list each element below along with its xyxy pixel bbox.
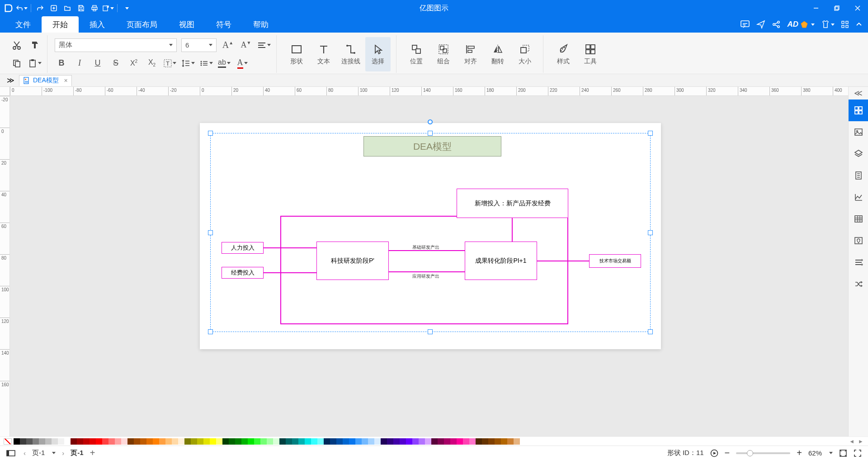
panel-list-icon[interactable] [849,251,868,273]
color-swatch[interactable] [450,438,457,445]
color-swatch[interactable] [64,438,71,445]
tab-symbol[interactable]: 符号 [205,16,242,33]
close-tab-icon[interactable]: × [64,77,68,84]
zoom-out-button[interactable]: − [725,448,730,458]
color-swatch[interactable] [184,438,191,445]
tab-layout[interactable]: 页面布局 [116,16,168,33]
feedback-icon[interactable] [740,19,750,29]
color-swatch[interactable] [134,438,140,445]
page-nav-icon[interactable] [6,450,15,457]
collapse-right-icon[interactable]: ≪ [849,87,868,100]
color-swatch[interactable] [412,438,419,445]
expand-panel-icon[interactable]: ≫ [4,76,17,85]
color-swatch[interactable] [336,438,343,445]
cut-button[interactable] [10,38,24,52]
new-button[interactable] [47,2,60,14]
color-swatch[interactable] [495,438,501,445]
tshirt-icon[interactable] [821,20,835,29]
fit-page-icon[interactable] [839,449,847,457]
select-button[interactable]: 选择 [365,37,391,71]
color-swatch[interactable] [20,438,26,445]
color-swatch[interactable] [419,438,425,445]
color-swatch[interactable] [469,438,476,445]
text-tool-button[interactable]: T [163,56,177,71]
tab-home[interactable]: 开始 [42,16,79,33]
save-button[interactable] [75,2,87,14]
color-swatch[interactable] [210,438,216,445]
color-swatch[interactable] [254,438,260,445]
handle-n[interactable] [428,131,433,136]
color-swatch[interactable] [178,438,184,445]
collapse-ribbon-icon[interactable] [855,21,863,28]
color-swatch[interactable] [349,438,355,445]
color-swatch[interactable] [457,438,463,445]
color-swatch[interactable] [387,438,393,445]
line-spacing-button[interactable] [181,56,195,71]
panel-chart-icon[interactable] [849,186,868,208]
color-swatch[interactable] [241,438,248,445]
color-swatch[interactable] [108,438,115,445]
bullets-button[interactable] [199,56,213,71]
position-button[interactable]: 位置 [404,37,429,71]
color-swatch[interactable] [279,438,286,445]
color-swatch[interactable] [83,438,90,445]
print-button[interactable] [88,2,101,14]
no-color-swatch[interactable] [4,438,12,445]
color-swatch[interactable] [197,438,203,445]
color-swatch[interactable] [121,438,127,445]
tools-button[interactable]: 工具 [578,37,603,71]
color-swatch[interactable] [488,438,495,445]
conn-top-down[interactable] [512,218,513,242]
redo-button[interactable] [34,2,47,14]
color-swatch[interactable] [229,438,235,445]
color-swatch[interactable] [45,438,52,445]
color-swatch[interactable] [393,438,400,445]
flow-input-2[interactable]: 经费投入 [222,267,264,279]
color-swatch[interactable] [438,438,444,445]
font-color-button[interactable]: A [236,56,249,71]
color-swatch[interactable] [96,438,102,445]
color-swatch[interactable] [463,438,469,445]
color-swatch[interactable] [165,438,172,445]
fullscreen-icon[interactable] [854,449,862,457]
color-swatch[interactable] [172,438,178,445]
style-button[interactable]: 样式 [551,37,576,71]
color-swatch[interactable] [482,438,488,445]
restore-button[interactable] [826,0,847,16]
handle-se[interactable] [648,329,653,334]
panel-layers-icon[interactable] [849,143,868,165]
apps-icon[interactable] [841,20,849,28]
open-button[interactable] [61,2,74,14]
color-swatch[interactable] [71,438,77,445]
conn-out[interactable] [537,261,589,261]
conn-in1[interactable] [264,247,316,248]
color-swatch[interactable] [159,438,165,445]
undo-button[interactable] [15,2,28,14]
tab-insert[interactable]: 插入 [79,16,116,33]
flow-new-input-box[interactable]: 新增投入：新产品开发经费 [457,189,568,218]
color-swatch[interactable] [362,438,368,445]
color-swatch[interactable] [222,438,229,445]
color-swatch[interactable] [216,438,222,445]
zoom-slider-thumb[interactable] [747,450,753,456]
play-icon[interactable] [710,449,718,457]
color-swatch[interactable] [77,438,83,445]
ad-badge[interactable]: AD [787,20,815,29]
handle-w[interactable] [208,230,213,235]
color-swatch[interactable] [127,438,134,445]
align-text-button[interactable] [257,38,271,52]
flow-stage-2[interactable]: 成果转化阶段PI+1 [465,242,537,280]
color-swatch[interactable] [286,438,292,445]
connector-button[interactable]: 连接线 [338,37,363,71]
color-swatch[interactable] [298,438,305,445]
color-swatch[interactable] [90,438,96,445]
color-swatch[interactable] [292,438,298,445]
add-page-button[interactable]: + [90,448,95,458]
color-swatch[interactable] [343,438,349,445]
color-swatch[interactable] [203,438,210,445]
shape-button[interactable]: 形状 [284,37,309,71]
document-tab[interactable]: DEA模型 × [19,75,72,86]
rotation-handle[interactable] [428,119,433,124]
panel-map-icon[interactable] [849,230,868,251]
flow-input-1[interactable]: 人力投入 [222,242,264,254]
